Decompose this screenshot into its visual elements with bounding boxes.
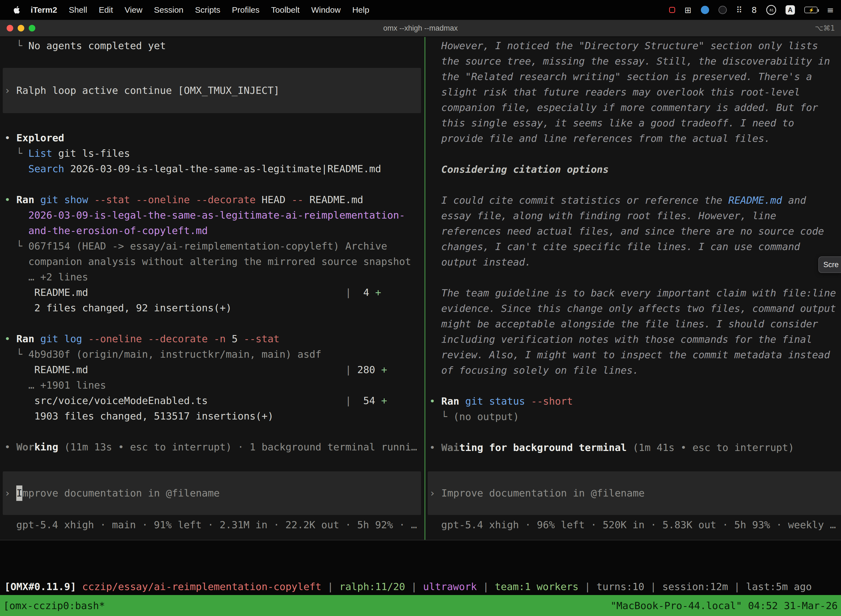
battery-bolt-icon: ⚡ (809, 7, 814, 13)
text-segment: essay file, along with finding root file… (429, 210, 776, 221)
terminal-line: this single essay, it seems like a good … (429, 115, 841, 131)
left-prompt-input[interactable]: › Improve documentation in @filename (3, 471, 421, 515)
text-segment: README.md (728, 195, 782, 206)
tmux-host-clock: "MacBook-Pro-44.local" 04:52 31-Mar-26 (610, 600, 838, 611)
terminal-blank-line (429, 177, 841, 193)
left-terminal-pane[interactable]: └ No agents completed yet › Ralph loop a… (0, 37, 424, 540)
terminal-line: └ List git ls-files (4, 146, 424, 161)
screen-recording-icon[interactable] (669, 7, 675, 13)
dots-grid-icon[interactable]: ⠿ (736, 5, 742, 15)
terminal-line: • Working (11m 13s • esc to interrupt) ·… (4, 439, 424, 455)
close-button[interactable] (7, 25, 13, 31)
terminal-line: • Explored (4, 130, 424, 146)
terminal-line: and-the-erosion-of-copyleft.md (4, 223, 424, 238)
text-segment: However, I noticed the "Directory Struct… (429, 40, 818, 51)
battery-icon[interactable]: ⚡ (804, 7, 818, 13)
terminal-line: changes, I can't cite specific file line… (429, 239, 841, 254)
terminal-line: evidence. Since this change only affects… (429, 301, 841, 316)
text-segment: Ralph loop active continue [OMX_TMUX_INJ… (16, 83, 280, 98)
menu-item-toolbelt[interactable]: Toolbelt (265, 5, 305, 15)
menu-item-help[interactable]: Help (347, 5, 375, 15)
text-segment: HEAD (255, 194, 285, 205)
terminal-line: … +2 lines (4, 269, 424, 285)
terminal-line: • Ran git show --stat --oneline --decora… (4, 192, 424, 208)
terminal-blank-line (429, 424, 841, 440)
traffic-lights (7, 25, 35, 31)
text-segment: Wai (441, 442, 459, 453)
text-segment: | (405, 581, 423, 592)
text-segment: └ 4b9d30f (origin/main, instructkr/main,… (4, 349, 321, 360)
screen: iTerm2 Shell Edit View Session Scripts P… (0, 0, 841, 616)
menu-item-view[interactable]: View (119, 5, 148, 15)
blue-app-icon[interactable] (701, 6, 709, 14)
right-prompt-input[interactable]: › Improve documentation in @filename (428, 471, 841, 515)
text-segment: ultrawork (423, 581, 477, 592)
dark-app-icon[interactable] (718, 6, 727, 14)
macos-menu-bar: iTerm2 Shell Edit View Session Scripts P… (0, 0, 841, 20)
text-segment: ralph:11/20 (339, 581, 405, 592)
text-segment: Ran (16, 194, 34, 205)
text-segment: git log (40, 333, 82, 345)
terminal-line: the source tree, missing the essay. Stil… (429, 54, 841, 69)
text-segment (76, 581, 82, 592)
menu-item-scripts[interactable]: Scripts (189, 5, 226, 15)
terminal-line: of focusing solely on file lines. (429, 363, 841, 378)
text-segment: • (429, 442, 441, 453)
text-segment: 2026-03-09-is-legal-the-same-as-legitima… (4, 210, 405, 221)
text-segment: this single essay, it seems like a good … (429, 117, 794, 129)
terminal-line: provide file and line references from th… (429, 131, 841, 146)
menu-item-shell[interactable]: Shell (63, 5, 93, 15)
text-segment: └ 067f154 (HEAD -> essay/ai-reimplementa… (4, 241, 387, 252)
text-segment: output instead. (429, 257, 531, 268)
notification-sliver[interactable]: Scre (818, 257, 841, 273)
terminal-line: Considering citation options (429, 162, 841, 177)
terminal-line: companion file, especially if more comme… (429, 100, 841, 115)
text-segment: I (16, 485, 22, 501)
zoom-button[interactable] (29, 25, 35, 31)
text-segment: ting for background terminal (459, 442, 627, 453)
text-segment: --stat (237, 333, 280, 345)
text-segment (459, 396, 465, 407)
text-segment: • (4, 333, 16, 345)
text-segment: the source tree, missing the essay. Stil… (429, 56, 830, 67)
apple-menu[interactable] (8, 6, 25, 14)
terminal-line: companion analysis without altering the … (4, 254, 424, 269)
menu-item-profiles[interactable]: Profiles (226, 5, 265, 15)
terminal-blank-line (4, 316, 424, 331)
minimize-button[interactable] (18, 25, 24, 31)
terminal-blank-line (4, 177, 424, 192)
right-pane-bottom: › Improve documentation in @filename gpt… (429, 471, 841, 532)
eight-app-icon[interactable]: 8 (752, 5, 757, 15)
omx-session-status: [OMX#0.11.9] cczip/essay/ai-reimplementa… (0, 540, 841, 595)
text-segment: 280 (351, 364, 381, 375)
text-segment: I could cite commit statistics or refere… (429, 195, 728, 206)
percent-circle-icon[interactable]: .61 (766, 5, 776, 15)
terminal-line: • Ran git log --oneline --decorate -n 5 … (4, 331, 424, 347)
terminal-line: └ 067f154 (HEAD -> essay/ai-reimplementa… (4, 238, 424, 254)
text-segment: | (88, 364, 351, 375)
text-segment: └ (no output) (429, 411, 519, 422)
terminal-line: the "Related research writing" section i… (429, 69, 841, 84)
text-segment: Wor (16, 441, 34, 453)
menu-lines-icon[interactable]: ≡ (827, 5, 834, 15)
text-segment: 54 (351, 395, 381, 406)
input-source-icon[interactable]: A (785, 5, 795, 15)
window-grid-icon[interactable]: ⊞ (684, 5, 692, 15)
tmux-session-window[interactable]: [omx-cczip0:bash* (3, 600, 105, 611)
terminal-line: • Ran git status --short (429, 393, 841, 409)
text-segment: evidence. Since this change only affects… (429, 303, 836, 314)
right-terminal-pane[interactable]: However, I noticed the "Directory Struct… (425, 37, 841, 540)
terminal-line: … +1901 lines (4, 378, 424, 393)
text-segment: companion file, especially if more comme… (429, 102, 818, 113)
text-segment: git show (40, 194, 88, 205)
menu-item-iterm2[interactable]: iTerm2 (25, 5, 63, 15)
text-segment: [OMX#0.11.9] (4, 581, 76, 592)
menu-item-window[interactable]: Window (305, 5, 347, 15)
terminal-blank-line (429, 146, 841, 162)
text-segment: including verification notes with those … (429, 334, 812, 345)
text-segment: • (4, 194, 16, 205)
terminal-line: essay file, along with finding root file… (429, 208, 841, 224)
menu-item-session[interactable]: Session (148, 5, 189, 15)
text-segment: + (375, 287, 381, 298)
menu-item-edit[interactable]: Edit (93, 5, 119, 15)
